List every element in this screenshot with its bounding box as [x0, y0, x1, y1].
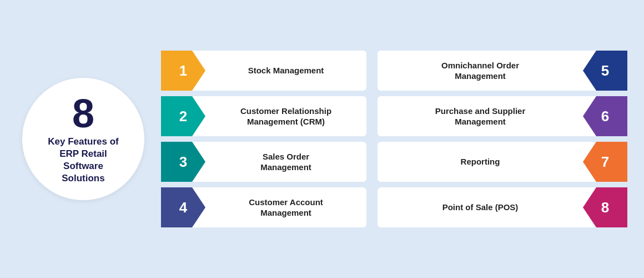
feature-row-7: Reporting 7 [378, 142, 627, 182]
badge-5: 5 [583, 51, 627, 91]
big-number: 8 [72, 93, 94, 133]
feature-row-5: Omnichannel OrderManagement 5 [378, 51, 627, 91]
feature-label-2: Customer RelationshipManagement (CRM) [205, 106, 366, 127]
badge-2: 2 [161, 96, 205, 136]
badge-4: 4 [161, 187, 205, 227]
feature-row-1: 1 Stock Management [161, 51, 366, 91]
circle-section: 8 Key Features of ERP Retail Software So… [17, 72, 150, 206]
feature-row-8: Point of Sale (POS) 8 [378, 187, 627, 227]
badge-3: 3 [161, 142, 205, 182]
circle: 8 Key Features of ERP Retail Software So… [22, 78, 144, 200]
badge-6: 6 [583, 96, 627, 136]
feature-label-6: Purchase and SupplierManagement [378, 106, 583, 127]
main-container: 8 Key Features of ERP Retail Software So… [17, 11, 627, 267]
feature-label-5: Omnichannel OrderManagement [378, 60, 583, 82]
badge-1: 1 [161, 51, 205, 91]
feature-row-3: 3 Sales OrderManagement [161, 142, 366, 182]
feature-label-7: Reporting [378, 156, 583, 167]
feature-row-6: Purchase and SupplierManagement 6 [378, 96, 627, 136]
badge-7: 7 [583, 142, 627, 182]
circle-text: Key Features of ERP Retail Software Solu… [48, 136, 119, 185]
feature-label-4: Customer AccountManagement [205, 197, 366, 219]
badge-8: 8 [583, 187, 627, 227]
left-features-list: 1 Stock Management 2 Customer Relationsh… [161, 51, 366, 227]
feature-row-4: 4 Customer AccountManagement [161, 187, 366, 227]
feature-row-2: 2 Customer RelationshipManagement (CRM) [161, 96, 366, 136]
feature-label-8: Point of Sale (POS) [378, 202, 583, 213]
right-features-list: Omnichannel OrderManagement 5 Purchase a… [378, 51, 627, 227]
feature-label-3: Sales OrderManagement [205, 151, 366, 173]
feature-label-1: Stock Management [205, 65, 366, 76]
